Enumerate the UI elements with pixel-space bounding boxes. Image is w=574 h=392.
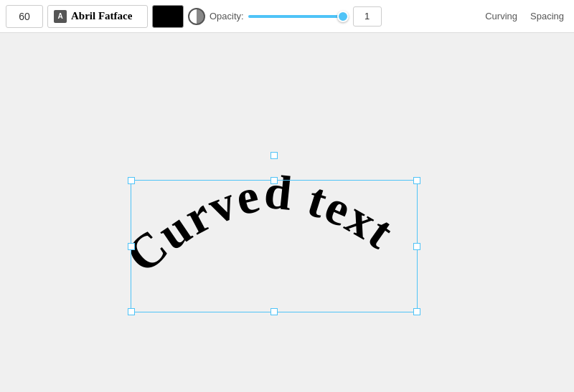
canvas-area: Curved text [0, 33, 574, 392]
font-icon: A [54, 10, 67, 23]
font-picker[interactable]: A Abril Fatface [47, 5, 148, 28]
handle-top-left[interactable] [128, 177, 135, 184]
handle-mid-left[interactable] [128, 243, 135, 250]
handle-rotate[interactable] [270, 152, 278, 159]
opacity-control: Opacity: [210, 6, 382, 27]
color-swatch[interactable] [152, 5, 184, 28]
spacing-button[interactable]: Spacing [526, 8, 568, 24]
selection-box [131, 180, 418, 312]
handle-top-mid[interactable] [270, 177, 278, 184]
handle-mid-right[interactable] [413, 243, 420, 250]
opacity-slider[interactable] [248, 15, 349, 18]
font-name-label: Abril Fatface [71, 10, 132, 22]
handle-bot-mid[interactable] [270, 308, 278, 315]
opacity-icon [188, 8, 205, 25]
font-size-input[interactable] [6, 5, 43, 28]
svg-text:Curved text: Curved text [126, 173, 405, 283]
handle-bot-left[interactable] [128, 308, 135, 315]
curving-button[interactable]: Curving [481, 8, 522, 24]
curved-text-element[interactable]: Curved text [126, 173, 427, 316]
opacity-value-input[interactable] [353, 6, 382, 27]
handle-top-right[interactable] [413, 177, 420, 184]
handle-bot-right[interactable] [413, 308, 420, 315]
opacity-label: Opacity: [210, 11, 244, 21]
toolbar: A Abril Fatface Opacity: Curving Spacing [0, 0, 574, 33]
